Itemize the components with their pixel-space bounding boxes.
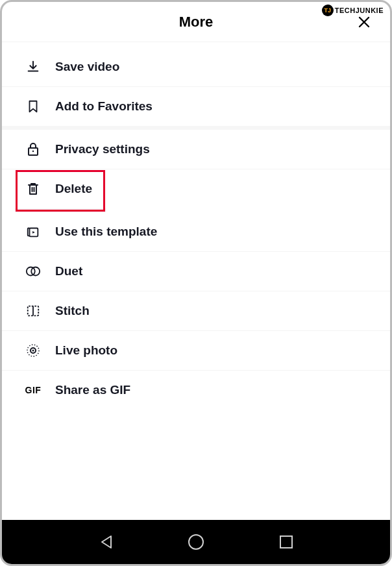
- menu-item-duet[interactable]: Duet: [2, 252, 390, 291]
- watermark-badge: TJ: [322, 5, 334, 16]
- menu-item-share-gif[interactable]: GIF Share as GIF: [2, 371, 390, 410]
- template-icon: [25, 224, 41, 240]
- svg-point-1: [32, 151, 34, 152]
- menu-item-label: Duet: [55, 264, 82, 278]
- menu-item-stitch[interactable]: Stitch: [2, 291, 390, 331]
- duet-icon: [25, 264, 41, 279]
- menu-item-save-video[interactable]: Save video: [2, 47, 390, 87]
- triangle-back-icon: [99, 534, 114, 550]
- svg-rect-10: [280, 536, 292, 548]
- android-nav-bar: [2, 520, 390, 564]
- page-title: More: [179, 14, 214, 31]
- menu-item-use-template[interactable]: Use this template: [2, 212, 390, 252]
- close-button[interactable]: [356, 14, 372, 30]
- square-recent-icon: [279, 535, 293, 549]
- menu-item-label: Share as GIF: [55, 383, 130, 397]
- menu-item-label: Stitch: [55, 304, 90, 318]
- bookmark-icon: [25, 99, 41, 114]
- gif-icon: GIF: [25, 382, 41, 398]
- download-icon: [25, 59, 41, 75]
- menu-item-live-photo[interactable]: Live photo: [2, 331, 390, 371]
- menu-item-delete[interactable]: Delete: [15, 169, 106, 212]
- menu-item-label: Add to Favorites: [55, 99, 153, 114]
- stitch-icon: [25, 303, 41, 319]
- more-menu-list: Save video Add to Favorites Privacy sett…: [2, 42, 390, 410]
- menu-item-label: Live photo: [55, 343, 117, 358]
- menu-item-label: Save video: [55, 60, 119, 74]
- nav-home-button[interactable]: [184, 530, 208, 554]
- nav-recent-button[interactable]: [275, 530, 298, 554]
- svg-point-9: [189, 535, 203, 549]
- nav-back-button[interactable]: [95, 530, 118, 554]
- circle-home-icon: [188, 534, 204, 550]
- lock-icon: [25, 142, 41, 157]
- menu-item-add-favorites[interactable]: Add to Favorites: [2, 87, 390, 130]
- menu-item-label: Use this template: [55, 225, 157, 239]
- close-icon: [358, 16, 370, 28]
- watermark-text: TECHJUNKIE: [335, 6, 384, 14]
- watermark: TJ TECHJUNKIE: [322, 5, 384, 16]
- svg-point-7: [32, 350, 34, 352]
- trash-icon: [25, 181, 41, 197]
- menu-item-label: Privacy settings: [55, 142, 150, 156]
- live-photo-icon: [25, 343, 41, 358]
- menu-item-label: Delete: [55, 182, 92, 196]
- menu-item-privacy-settings[interactable]: Privacy settings: [2, 130, 390, 169]
